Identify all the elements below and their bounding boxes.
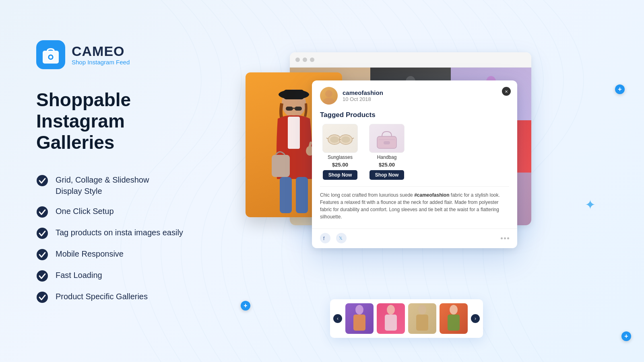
feature-list: Grid, Collage & SlideshowDisplay Style O…	[36, 174, 197, 303]
logo-name: CAMEO	[72, 44, 130, 58]
svg-text:f: f	[323, 236, 325, 241]
feature-text-5: Fast Loading	[56, 269, 102, 281]
browser-bar	[290, 52, 531, 68]
feature-text-2: One Click Setup	[56, 206, 114, 217]
popup-user: cameofashion 10 Oct 2018	[343, 89, 383, 102]
popup-body: Tagged Products	[312, 109, 517, 228]
svg-point-62	[418, 305, 426, 315]
tag-product-button-2[interactable]: +	[241, 301, 250, 311]
svg-point-8	[37, 292, 48, 303]
popup-description: Chic long coat crafted from luxurious su…	[320, 186, 509, 222]
svg-rect-41	[295, 107, 302, 111]
svg-rect-61	[385, 315, 397, 331]
checkmark-icon-5	[36, 270, 48, 282]
shop-now-button-sunglasses[interactable]: Shop Now	[323, 170, 358, 180]
svg-point-64	[450, 305, 458, 315]
feature-item-5: Fast Loading	[36, 269, 197, 282]
left-panel: CAMEO Shop Instagram Feed Shoppable Inst…	[0, 0, 221, 362]
slideshow-strip: ‹ ›	[330, 299, 483, 338]
svg-point-44	[325, 90, 332, 97]
svg-rect-39	[272, 155, 290, 177]
twitter-icon[interactable]: 𝕏	[336, 233, 347, 243]
browser-dot-3	[310, 58, 314, 62]
svg-point-51	[330, 136, 339, 143]
svg-point-4	[37, 206, 48, 218]
dot-1	[501, 237, 503, 239]
product-image-handbag	[369, 124, 405, 153]
svg-line-49	[326, 138, 328, 139]
svg-point-2	[50, 56, 52, 59]
feature-item-3: Tag products on insta images easily	[36, 227, 197, 239]
slide-image-1	[345, 303, 374, 334]
hero-headline: Shoppable Instagram Galleries	[36, 89, 197, 153]
products-row: Sunglasses $25.00 Shop Now	[320, 124, 509, 180]
logo-text-group: CAMEO Shop Instagram Feed	[72, 44, 130, 66]
slideshow-next-button[interactable]: ›	[471, 314, 480, 323]
product-popup: cameofashion 10 Oct 2018 × Tagged Produc…	[312, 80, 517, 248]
product-price-handbag: $25.00	[379, 162, 395, 168]
svg-rect-37	[280, 177, 292, 213]
svg-rect-38	[296, 177, 308, 213]
popup-username: cameofashion	[343, 89, 383, 96]
product-price-sunglasses: $25.00	[332, 162, 348, 168]
feature-text-3: Tag products on insta images easily	[56, 227, 183, 238]
feature-text-6: Product Specific Galleries	[56, 291, 148, 302]
svg-point-7	[37, 270, 48, 282]
product-name-handbag: Handbag	[377, 154, 397, 160]
feature-text-1: Grid, Collage & SlideshowDisplay Style	[56, 174, 149, 197]
product-card-sunglasses: Sunglasses $25.00 Shop Now	[320, 124, 360, 180]
product-name-sunglasses: Sunglasses	[328, 154, 353, 160]
svg-point-45	[323, 98, 334, 105]
popup-social-bar: f 𝕏	[312, 228, 517, 248]
popup-close-button[interactable]: ×	[502, 87, 511, 96]
feature-item-6: Product Specific Galleries	[36, 291, 197, 303]
product-image-sunglasses	[322, 124, 358, 153]
svg-point-5	[37, 228, 48, 239]
popup-avatar	[320, 87, 338, 105]
tag-product-button-3[interactable]: +	[621, 331, 631, 341]
svg-rect-36	[288, 117, 300, 149]
tagged-products-title: Tagged Products	[320, 111, 509, 119]
product-card-handbag: Handbag $25.00 Shop Now	[367, 124, 407, 180]
svg-line-50	[352, 138, 354, 139]
shop-now-button-handbag[interactable]: Shop Now	[369, 170, 405, 180]
slide-image-4	[440, 303, 468, 334]
svg-rect-65	[448, 315, 460, 331]
checkmark-icon-3	[36, 227, 48, 239]
slide-image-3	[408, 303, 436, 334]
browser-dot-1	[295, 58, 300, 62]
logo-subtitle: Shop Instagram Feed	[72, 59, 130, 66]
dot-3	[507, 237, 509, 239]
checkmark-icon-6	[36, 291, 48, 303]
popup-date: 10 Oct 2018	[343, 96, 383, 102]
feature-item-2: One Click Setup	[36, 206, 197, 218]
svg-point-58	[355, 305, 363, 315]
right-panel: + + + cameofashion 10 Oct 2018 × Tagged …	[233, 32, 636, 346]
svg-point-60	[387, 305, 395, 315]
popup-header: cameofashion 10 Oct 2018 ×	[312, 80, 517, 109]
slideshow-prev-button[interactable]: ‹	[333, 314, 342, 323]
svg-text:𝕏: 𝕏	[339, 236, 343, 241]
checkmark-icon-2	[36, 206, 48, 218]
feature-text-4: Mobile Responsive	[56, 248, 124, 259]
feature-item-4: Mobile Responsive	[36, 248, 197, 261]
svg-rect-40	[286, 107, 293, 111]
more-options-menu[interactable]	[501, 237, 509, 239]
facebook-icon[interactable]: f	[320, 233, 330, 243]
tag-product-button-1[interactable]: +	[615, 84, 625, 94]
svg-rect-59	[353, 315, 365, 331]
svg-point-52	[341, 136, 350, 143]
logo-icon	[36, 40, 65, 69]
logo-area: CAMEO Shop Instagram Feed	[36, 40, 197, 69]
slide-image-2	[377, 303, 405, 334]
svg-rect-54	[384, 141, 390, 144]
checkmark-icon-1	[36, 175, 48, 187]
checkmark-icon-4	[36, 249, 48, 261]
feature-item-1: Grid, Collage & SlideshowDisplay Style	[36, 174, 197, 197]
browser-dot-2	[303, 58, 307, 62]
svg-rect-63	[416, 315, 428, 331]
svg-rect-35	[284, 90, 304, 99]
svg-point-3	[37, 175, 48, 186]
dot-2	[504, 237, 506, 239]
svg-point-6	[37, 249, 48, 260]
